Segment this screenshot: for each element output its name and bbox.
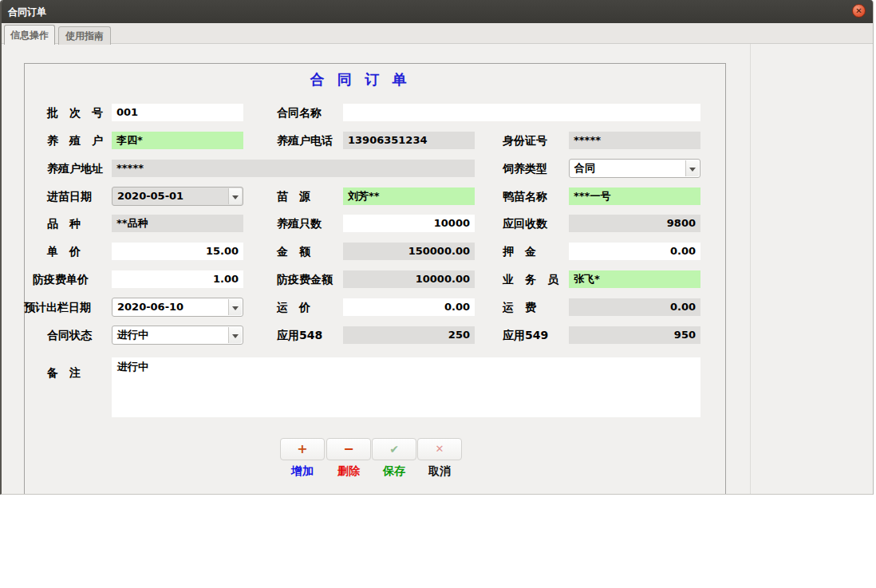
expected-out-date-label: 预计出栏日期	[24, 298, 91, 316]
contract-status-select[interactable]: 进行中	[112, 326, 243, 345]
delete-button[interactable]: −	[326, 438, 371, 460]
quantity-label: 养殖只数	[277, 215, 322, 232]
app-window: 合同订单 ✕ 信息操作 使用指南 合 同 订 单 批 次 号 001 合同名称 …	[0, 0, 874, 495]
app548-field: 250	[343, 326, 475, 344]
contract-name-input[interactable]	[343, 104, 700, 121]
recovery-count-label: 应回收数	[503, 215, 547, 232]
vaccine-amount-field: 10000.00	[343, 270, 475, 288]
freight-price-input[interactable]: 0.00	[343, 298, 475, 316]
batch-no-label: 批 次 号	[47, 104, 103, 121]
amount-field: 150000.00	[343, 243, 475, 260]
minus-icon: −	[327, 439, 370, 460]
vaccine-unit-price-label: 防疫费单价	[33, 270, 89, 288]
quantity-input[interactable]: 10000	[343, 215, 475, 232]
chevron-down-icon	[228, 327, 242, 343]
vaccine-unit-price-input[interactable]: 1.00	[112, 270, 243, 288]
window-title: 合同订单	[8, 6, 46, 19]
breed-field: **品种	[112, 215, 243, 232]
close-button[interactable]: ✕	[852, 4, 866, 18]
freight-price-label: 运 价	[277, 298, 310, 316]
chevron-down-icon	[685, 160, 699, 176]
remark-textarea[interactable]: 进行中	[112, 357, 700, 417]
duckling-name-input[interactable]: ***一号	[569, 187, 700, 205]
id-number-field: *****	[569, 132, 700, 149]
contract-status-label: 合同状态	[47, 326, 92, 344]
id-number-label: 身份证号	[503, 132, 547, 149]
app549-field: 950	[569, 326, 700, 344]
window-titlebar[interactable]: 合同订单 ✕	[0, 0, 874, 23]
remark-label: 备 注	[47, 364, 81, 381]
unit-price-label: 单 价	[47, 243, 81, 260]
farmer-label: 养 殖 户	[47, 132, 103, 149]
batch-no-input[interactable]: 001	[112, 104, 243, 121]
expected-out-date-select[interactable]: 2020-06-10	[112, 298, 243, 317]
breed-label: 品 种	[47, 215, 81, 232]
plus-icon: +	[281, 439, 324, 460]
farmer-address-label: 养殖户地址	[47, 160, 103, 177]
salesman-label: 业 务 员	[503, 270, 558, 288]
tab-bar: 信息操作 使用指南	[2, 23, 873, 44]
screen: 合同订单 ✕ 信息操作 使用指南 合 同 订 单 批 次 号 001 合同名称 …	[0, 0, 876, 588]
deposit-label: 押 金	[503, 243, 536, 260]
delete-button-caption: 删除	[326, 464, 371, 479]
form-title: 合 同 订 单	[26, 70, 725, 89]
farmer-input[interactable]: 李四*	[112, 132, 243, 149]
save-button-caption: 保存	[372, 464, 416, 479]
farmer-phone-field: 13906351234	[343, 132, 475, 149]
salesman-input[interactable]: 张飞*	[569, 270, 700, 288]
deposit-input[interactable]: 0.00	[569, 243, 700, 260]
add-button-caption: 增加	[280, 464, 325, 479]
app549-label: 应用549	[503, 326, 548, 344]
check-icon: ✔	[373, 439, 416, 460]
feed-type-select[interactable]: 合同	[569, 159, 700, 178]
x-icon: ✕	[418, 439, 461, 460]
freight-label: 运 费	[503, 298, 536, 316]
duckling-name-label: 鸭苗名称	[503, 187, 547, 205]
chevron-down-icon	[228, 299, 242, 315]
tab-info-operations[interactable]: 信息操作	[4, 25, 55, 45]
contract-name-label: 合同名称	[277, 104, 322, 121]
farmer-address-field: *****	[112, 160, 475, 177]
cancel-button[interactable]: ✕	[417, 438, 462, 460]
feed-type-label: 饲养类型	[503, 160, 547, 177]
seedling-date-select[interactable]: 2020-05-01	[112, 187, 243, 206]
seedling-source-label: 苗 源	[277, 187, 310, 205]
tab-user-guide[interactable]: 使用指南	[58, 26, 111, 45]
save-button[interactable]: ✔	[372, 438, 416, 460]
unit-price-input[interactable]: 15.00	[112, 243, 243, 260]
panel-divider	[750, 44, 751, 494]
app548-label: 应用548	[277, 326, 322, 344]
seedling-source-input[interactable]: 刘芳**	[343, 187, 475, 205]
vaccine-amount-label: 防疫费金额	[277, 270, 333, 288]
recovery-count-field: 9800	[569, 215, 700, 232]
amount-label: 金 额	[277, 243, 310, 260]
farmer-phone-label: 养殖户电话	[277, 132, 333, 149]
seedling-date-label: 进苗日期	[47, 187, 92, 205]
cancel-button-caption: 取消	[417, 464, 462, 479]
add-button[interactable]: +	[280, 438, 325, 460]
close-icon: ✕	[853, 5, 865, 17]
chevron-down-icon	[228, 188, 242, 204]
freight-field: 0.00	[569, 298, 700, 316]
